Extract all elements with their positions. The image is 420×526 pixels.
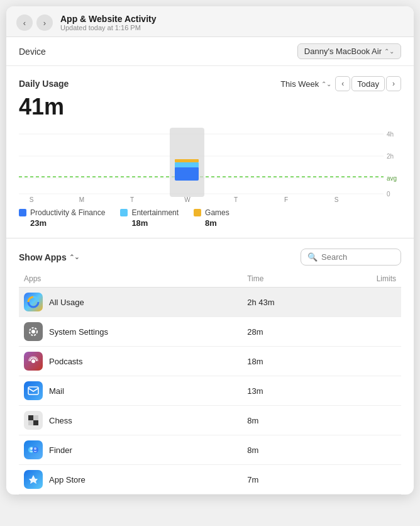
legend-time-productivity: 23m — [30, 218, 105, 228]
col-apps: Apps — [19, 272, 242, 288]
app-cell-all-usage: All Usage — [19, 288, 242, 317]
usage-chart: 4h 2h avg 0 S — [19, 128, 401, 203]
svg-point-33 — [34, 447, 36, 450]
app-time-finder: 8m — [242, 435, 331, 465]
prev-week-button[interactable]: ‹ — [335, 76, 350, 91]
app-time-all-usage: 2h 43m — [242, 288, 331, 317]
table-row[interactable]: Mail 13m — [19, 376, 401, 406]
svg-rect-12 — [175, 159, 199, 162]
finder-icon — [24, 440, 43, 459]
apps-section: Show Apps ⌃⌄ 🔍 Apps Time Limits — [6, 241, 414, 495]
svg-rect-10 — [175, 167, 199, 181]
svg-text:4h: 4h — [387, 131, 394, 138]
legend-text-games: Games — [205, 208, 229, 217]
app-name-all-usage: All Usage — [49, 298, 84, 307]
legend-time-games: 8m — [205, 218, 229, 228]
podcasts-icon — [24, 352, 43, 371]
chart-svg: 4h 2h avg 0 S — [19, 128, 401, 203]
table-row[interactable]: All Usage 2h 43m — [19, 288, 401, 317]
section-divider — [6, 238, 414, 238]
week-selector[interactable]: This Week ⌃⌄ — [280, 79, 331, 89]
app-name-app-store: App Store — [49, 475, 86, 484]
svg-text:M: M — [79, 196, 84, 203]
col-limits: Limits — [331, 272, 401, 288]
nav-buttons: ‹ › — [16, 14, 53, 31]
legend-text-productivity: Productivity & Finance — [30, 208, 105, 217]
app-name-podcasts: Podcasts — [49, 357, 82, 366]
app-time-podcasts: 18m — [242, 347, 331, 376]
app-time-system-settings: 28m — [242, 317, 331, 347]
back-button[interactable]: ‹ — [16, 14, 33, 31]
device-row: Device Danny's MacBook Air ⌃⌄ — [6, 37, 414, 66]
app-cell-system-settings: System Settings — [19, 317, 242, 347]
svg-rect-11 — [175, 162, 199, 167]
svg-text:avg: avg — [387, 175, 397, 182]
chess-icon — [24, 411, 43, 430]
search-box[interactable]: 🔍 — [301, 249, 401, 266]
legend-dot-entertainment — [120, 209, 128, 216]
legend-dot-productivity — [19, 209, 26, 216]
window-title: App & Website Activity — [60, 14, 156, 24]
search-icon: 🔍 — [307, 252, 318, 262]
app-name-mail: Mail — [49, 386, 64, 396]
svg-text:0: 0 — [387, 191, 390, 198]
svg-point-21 — [31, 330, 35, 333]
system-settings-svg — [27, 325, 40, 338]
svg-point-23 — [31, 359, 35, 363]
apps-header: Show Apps ⌃⌄ 🔍 — [19, 249, 401, 266]
legend-text-entertainment: Entertainment — [131, 208, 179, 217]
col-time: Time — [242, 272, 331, 288]
week-selector-label: This Week — [280, 79, 319, 89]
app-store-svg — [28, 474, 39, 485]
chart-legend: Productivity & Finance 23m Entertainment… — [19, 208, 401, 228]
system-settings-icon — [24, 322, 43, 341]
week-arrows-icon: ⌃⌄ — [321, 81, 331, 87]
usage-header: Daily Usage This Week ⌃⌄ ‹ Today › — [19, 76, 401, 91]
device-label: Device — [19, 47, 46, 57]
table-row[interactable]: Finder 8m — [19, 435, 401, 465]
table-row[interactable]: Podcasts 18m — [19, 347, 401, 376]
svg-text:F: F — [284, 196, 288, 203]
svg-text:2h: 2h — [387, 153, 394, 160]
legend-time-entertainment: 18m — [131, 218, 179, 228]
app-limits-mail — [331, 376, 401, 406]
app-name-chess: Chess — [49, 416, 72, 425]
table-row[interactable]: App Store 7m — [19, 465, 401, 495]
table-header-row: Apps Time Limits — [19, 272, 401, 288]
legend-label-row-productivity: Productivity & Finance — [19, 208, 105, 217]
svg-rect-28 — [33, 415, 38, 420]
table-row[interactable]: Chess 8m — [19, 406, 401, 435]
search-input[interactable] — [321, 252, 394, 262]
mail-icon — [24, 381, 43, 400]
app-cell-finder: Finder — [19, 435, 242, 465]
forward-button[interactable]: › — [36, 14, 53, 31]
next-week-button[interactable]: › — [386, 76, 401, 91]
app-limits-chess — [331, 406, 401, 435]
mail-svg — [28, 386, 39, 395]
today-button[interactable]: Today — [351, 76, 385, 91]
svg-rect-27 — [33, 420, 38, 425]
table-row[interactable]: System Settings 28m — [19, 317, 401, 347]
svg-rect-24 — [28, 387, 38, 394]
device-name: Danny's MacBook Air — [304, 47, 382, 56]
svg-text:S: S — [30, 196, 34, 203]
app-name-finder: Finder — [49, 445, 72, 455]
all-usage-svg — [26, 295, 40, 309]
table-header: Apps Time Limits — [19, 272, 401, 288]
legend-item-productivity: Productivity & Finance 23m — [19, 208, 105, 228]
show-apps-arrows-icon: ⌃⌄ — [69, 254, 79, 260]
show-apps-button[interactable]: Show Apps ⌃⌄ — [19, 252, 79, 262]
app-cell-app-store: App Store — [19, 465, 242, 495]
svg-rect-26 — [28, 415, 33, 420]
app-time-chess: 8m — [242, 406, 331, 435]
all-usage-icon — [24, 293, 43, 311]
device-selector[interactable]: Danny's MacBook Air ⌃⌄ — [297, 43, 401, 59]
apps-table: Apps Time Limits — [19, 272, 401, 495]
daily-usage-section: Daily Usage This Week ⌃⌄ ‹ Today › 41m — [6, 66, 414, 235]
svg-text:W: W — [184, 196, 191, 203]
app-cell-podcasts: Podcasts — [19, 347, 242, 376]
app-name-system-settings: System Settings — [49, 327, 108, 337]
app-limits-system-settings — [331, 317, 401, 347]
legend-label-row-entertainment: Entertainment — [120, 208, 179, 217]
svg-text:T: T — [234, 196, 238, 203]
